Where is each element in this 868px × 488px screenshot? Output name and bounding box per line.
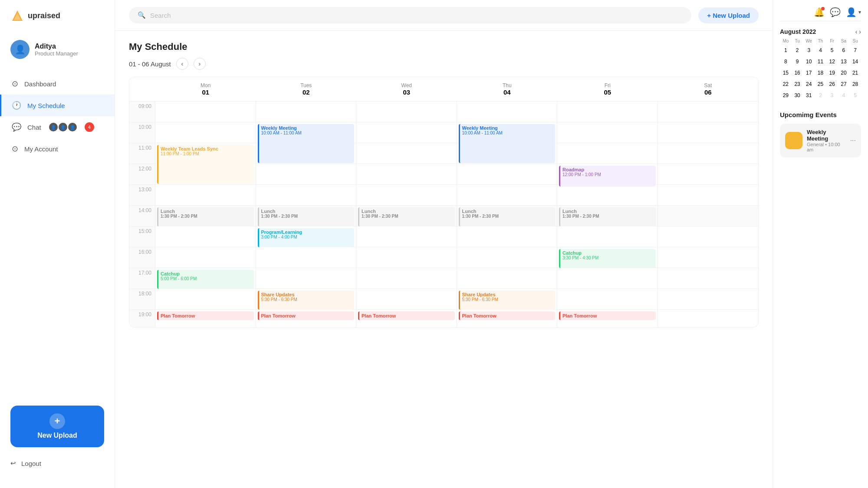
mini-day-14[interactable]: 14 [850,56,861,67]
sidebar: upraised 👤 Aditya Product Manager ⊙ Dash… [0,0,115,488]
mini-day-3[interactable]: 3 [804,45,814,56]
chevron-down-icon: ▾ [858,9,861,15]
sidebar-item-chat[interactable]: 💬 Chat 👤 👤 👤 4 [0,116,115,138]
time-row-1900: 19:00 Plan Tomorrow Plan Tomorrow Plan [129,310,758,327]
mini-day-sep-5[interactable]: 5 [850,90,861,101]
date-range: 01 - 06 August [129,60,171,68]
date-nav: 01 - 06 August ‹ › [129,58,759,70]
right-panel: 🔔 💬 👤 ▾ August 2022 ‹ › Mo Tu We Th Fr S… [773,0,868,488]
cell-tues-1000: Weekly Meeting 10:00 AM - 11:00 AM [256,122,357,143]
cell-tues-0900 [256,102,357,122]
cell-sat-1900 [658,310,759,327]
day-num-sat: 06 [660,88,757,96]
mini-day-7[interactable]: 7 [850,45,861,56]
mini-day-25[interactable]: 25 [815,79,825,89]
event-plan-tomorrow-fri[interactable]: Plan Tomorrow [559,311,656,320]
mini-cal-prev[interactable]: ‹ [855,28,858,35]
event-plan-tomorrow-wed[interactable]: Plan Tomorrow [358,311,455,320]
event-card-more-button[interactable]: ··· [850,137,856,144]
sidebar-item-dashboard[interactable]: ⊙ Dashboard [0,73,115,95]
mini-day-22[interactable]: 22 [780,79,791,89]
new-upload-sidebar-button[interactable]: + New Upload [10,406,104,447]
event-lunch-thu[interactable]: Lunch 1:30 PM - 2:30 PM [459,207,556,226]
event-lunch-wed[interactable]: Lunch 1:30 PM - 2:30 PM [358,207,455,226]
event-plan-tomorrow-thu[interactable]: Plan Tomorrow [459,311,556,320]
cell-fri-1400: Lunch 1:30 PM - 2:30 PM [557,206,658,226]
mini-day-5[interactable]: 5 [827,45,837,56]
event-title: Share Updates [261,292,352,297]
logout-button[interactable]: ↩ Logout [10,454,104,472]
mini-day-16[interactable]: 16 [792,68,802,78]
mini-day-sep-4[interactable]: 4 [838,90,849,101]
event-plan-tomorrow-mon[interactable]: Plan Tomorrow [157,311,254,320]
mini-day-27[interactable]: 27 [838,79,849,89]
mini-day-11[interactable]: 11 [815,56,825,67]
mini-cal-next[interactable]: › [859,28,861,35]
mini-day-sep-2[interactable]: 2 [815,90,825,101]
mini-day-28[interactable]: 28 [850,79,861,89]
avatar: 👤 [10,40,30,59]
mini-day-30[interactable]: 30 [792,90,802,101]
mini-day-9[interactable]: 9 [792,56,802,67]
mini-day-12[interactable]: 12 [827,56,837,67]
chat-avatar-3: 👤 [68,123,77,131]
event-share-updates-thu[interactable]: Share Updates 5:30 PM - 6:30 PM [459,291,556,310]
mini-day-10[interactable]: 10 [804,56,814,67]
cell-thu-1500 [457,226,558,247]
mini-day-sep-3[interactable]: 3 [827,90,837,101]
event-title: Share Updates [462,292,553,297]
event-roadmap[interactable]: Roadmap 12:00 PM - 1:00 PM [559,166,656,187]
mini-day-15[interactable]: 15 [780,68,791,78]
event-time: 10:00 AM - 11:00 AM [261,131,352,135]
mini-day-8[interactable]: 8 [780,56,791,67]
time-row-1800: 18:00 Share Updates 5:30 PM - 6:30 PM Sh… [129,289,758,310]
mini-day-26[interactable]: 26 [827,79,837,89]
mini-day-6[interactable]: 6 [838,45,849,56]
col-header-thu: Thu 04 [457,77,558,101]
new-upload-header-button[interactable]: + New Upload [698,7,759,23]
event-card-title: Weekly Meeting [807,129,846,142]
mini-day-19[interactable]: 19 [827,68,837,78]
cell-fri-1700 [557,268,658,289]
event-share-updates-tues[interactable]: Share Updates 5:30 PM - 6:30 PM [258,291,355,310]
time-header-empty [129,77,155,101]
mini-day-2[interactable]: 2 [792,45,802,56]
event-lunch-fri[interactable]: Lunch 1:30 PM - 2:30 PM [559,207,656,226]
event-weekly-meeting-tues[interactable]: Weekly Meeting 10:00 AM - 11:00 AM [258,124,355,163]
mini-day-20[interactable]: 20 [838,68,849,78]
chat-avatar-1: 👤 [49,123,58,131]
mini-day-29[interactable]: 29 [780,90,791,101]
mini-day-4[interactable]: 4 [815,45,825,56]
time-grid-scroll[interactable]: 09:00 10:00 Weekly Meeting 10:00 A [129,102,758,327]
event-catchup-fri[interactable]: Catchup 3:30 PM - 4:30 PM [559,249,656,268]
event-time: 10:00 AM - 11:00 AM [462,131,553,135]
date-next-button[interactable]: › [194,58,206,70]
mini-day-23[interactable]: 23 [792,79,802,89]
event-program-learning[interactable]: Program/Learning 3:00 PM - 4:00 PM [258,228,355,247]
mini-day-17[interactable]: 17 [804,68,814,78]
mini-day-18[interactable]: 18 [815,68,825,78]
mini-day-13[interactable]: 13 [838,56,849,67]
event-catchup-mon[interactable]: Catchup 5:00 PM - 6:00 PM [157,270,254,289]
mini-day-24[interactable]: 24 [804,79,814,89]
cell-wed-1100 [356,143,457,164]
date-prev-button[interactable]: ‹ [176,58,188,70]
mini-day-21[interactable]: 21 [850,68,861,78]
mini-day-1[interactable]: 1 [780,45,791,56]
event-lunch-tues[interactable]: Lunch 1:30 PM - 2:30 PM [258,207,355,226]
mini-day-31[interactable]: 31 [804,90,814,101]
event-plan-tomorrow-tues[interactable]: Plan Tomorrow [258,311,355,320]
time-label-1500: 15:00 [129,226,155,247]
sidebar-item-schedule[interactable]: 🕐 My Schedule [0,95,115,116]
user-menu-button[interactable]: 👤 ▾ [846,7,861,17]
day-header-mo: Mo [780,39,792,43]
event-team-leads-sync[interactable]: Weekly Team Leads Sync 11:00 PM - 1:00 P… [157,145,254,184]
search-box[interactable]: 🔍 Search [129,7,691,23]
event-weekly-meeting-thu[interactable]: Weekly Meeting 10:00 AM - 11:00 AM [459,124,556,163]
upcoming-event-card-0[interactable]: Weekly Meeting General • 10:00 am ··· [780,124,861,157]
messages-button[interactable]: 💬 [830,7,841,17]
sidebar-item-account[interactable]: ⊙ My Account [0,138,115,160]
event-title: Weekly Meeting [462,125,553,131]
event-lunch-mon[interactable]: Lunch 1:30 PM - 2:30 PM [157,207,254,226]
notifications-button[interactable]: 🔔 [814,7,825,17]
